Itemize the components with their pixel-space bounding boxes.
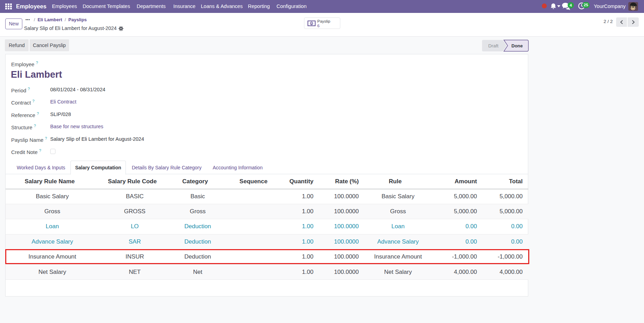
svg-text:Done: Done: [512, 43, 523, 48]
svg-text:Draft: Draft: [488, 43, 499, 48]
svg-text:1: 1: [311, 22, 312, 25]
